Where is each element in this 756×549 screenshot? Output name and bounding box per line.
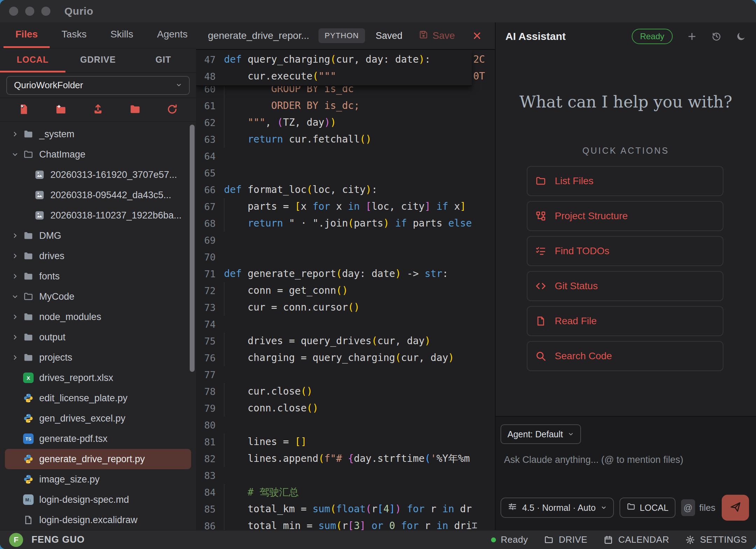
app-title: Qurio <box>64 5 93 17</box>
chat-input[interactable]: Ask Claude anything... (@ to mention fil… <box>504 454 683 465</box>
folder-select-row: QurioWorkFolder <box>0 73 196 98</box>
tree-folder-node_modules[interactable]: node_modules <box>5 307 191 327</box>
close-window-button[interactable] <box>9 7 18 16</box>
chevron-down-icon <box>9 293 21 300</box>
quick-action-label: Project Structure <box>555 210 628 222</box>
python-icon <box>22 392 34 404</box>
save-status: Saved <box>376 30 402 41</box>
tree-file-generate-pdf.tsx[interactable]: TSgenerate-pdf.tsx <box>5 429 191 449</box>
tree-item-label: ChatImage <box>39 149 85 160</box>
tree-file-20260318-095442_da43c5...[interactable]: 20260318-095442_da43c5... <box>5 185 191 205</box>
avatar[interactable]: F <box>9 533 23 547</box>
code-line-84: 84 # 驾驶汇总 <box>196 484 495 501</box>
code-line-76: 76 charging = query_charging(cur, day) <box>196 349 495 366</box>
upload-button[interactable] <box>91 103 105 117</box>
tree-file-edit_license_plate.py[interactable]: edit_license_plate.py <box>5 388 191 408</box>
tree-file-generate_drive_report.py[interactable]: generate_drive_report.py <box>5 449 191 469</box>
settings-button[interactable]: SETTINGS <box>685 534 747 545</box>
text-cursor: ⌶ <box>472 517 477 530</box>
quick-action-read-file[interactable]: Read File <box>527 306 723 336</box>
new-file-button[interactable] <box>17 103 31 117</box>
line-number: 70 <box>196 252 224 263</box>
code-line-80: 80 <box>196 417 495 433</box>
tree-folder-drives[interactable]: drives <box>5 246 191 266</box>
tree-folder-fonts[interactable]: fonts <box>5 266 191 286</box>
line-number: 82 <box>196 453 224 464</box>
save-button[interactable]: Save <box>419 30 455 42</box>
floppy-icon <box>419 30 428 42</box>
tree-file-drives_report.xlsx[interactable]: Xdrives_report.xlsx <box>5 368 191 388</box>
tab-tasks[interactable]: Tasks <box>50 22 99 48</box>
quick-action-label: Search Code <box>555 350 612 362</box>
status-bar: F FENG GUO ReadyDRIVECALENDARSETTINGS <box>0 530 756 549</box>
tree-folder-_system[interactable]: _system <box>5 124 191 144</box>
code-line-67: 67 parts = [x for x in [loc, city] if x] <box>196 198 495 215</box>
model-selector-button[interactable]: 4.5 · Normal · Auto <box>500 498 614 518</box>
python-icon <box>22 473 34 485</box>
folder-filled-icon <box>22 331 34 343</box>
tree-folder-ChatImage[interactable]: ChatImage <box>5 144 191 165</box>
tree-item-label: 20260313-161920_3707e57... <box>50 169 177 180</box>
calendar-button[interactable]: CALENDAR <box>603 534 669 545</box>
new-folder-button[interactable] <box>54 103 68 117</box>
quick-action-search-code[interactable]: Search Code <box>527 341 723 371</box>
code-line-66: 66def format_loc(loc, city): <box>196 181 495 198</box>
drive-button[interactable]: DRIVE <box>544 534 587 545</box>
tree-file-image_size.py[interactable]: image_size.py <box>5 469 191 489</box>
tree-file-login-design-spec.md[interactable]: M↓login-design-spec.md <box>5 489 191 510</box>
status-badge: Ready <box>632 29 673 44</box>
tab-agents[interactable]: Agents <box>145 22 200 48</box>
editor-tab-filename[interactable]: generate_drive_repor... <box>208 30 309 41</box>
code-editor[interactable]: 60 GROUP BY is_dc61 ORDER BY is_dc;62 ""… <box>196 50 495 530</box>
tree-folder-DMG[interactable]: DMG <box>5 225 191 246</box>
quick-action-find-todos[interactable]: Find TODOs <box>527 236 723 266</box>
mention-chip[interactable]: @ <box>681 499 695 516</box>
quick-action-label: Read File <box>555 315 597 327</box>
tree-file-20260313-161920_3707e57...[interactable]: 20260313-161920_3707e57... <box>5 165 191 185</box>
line-number: 74 <box>196 319 224 330</box>
agent-select-button[interactable]: Agent: Default <box>500 424 581 444</box>
line-number: 69 <box>196 235 224 246</box>
tree-item-label: drives_report.xlsx <box>39 373 113 383</box>
tree-scrollbar[interactable] <box>190 125 195 372</box>
chevron-down-icon <box>568 429 574 439</box>
quick-action-project-structure[interactable]: Project Structure <box>527 201 723 231</box>
source-tab-git[interactable]: GIT <box>131 48 196 72</box>
chevron-right-icon <box>9 354 21 361</box>
code-line-70: 70 <box>196 249 495 265</box>
tree-folder-MyCode[interactable]: MyCode <box>5 286 191 307</box>
quick-action-git-status[interactable]: Git Status <box>527 271 723 301</box>
close-tab-icon[interactable] <box>472 31 482 40</box>
quick-action-list-files[interactable]: List Files <box>527 166 723 196</box>
workfolder-select[interactable]: QurioWorkFolder <box>6 76 190 95</box>
maximize-window-button[interactable] <box>41 7 50 16</box>
dark-mode-icon[interactable] <box>736 31 746 42</box>
tree-item-label: _system <box>39 129 75 140</box>
source-tab-local[interactable]: LOCAL <box>0 48 65 72</box>
source-tab-gdrive[interactable]: GDRIVE <box>65 48 131 72</box>
line-number: 66 <box>196 185 224 195</box>
chevron-right-icon <box>9 334 21 340</box>
tree-folder-output[interactable]: output <box>5 327 191 347</box>
new-chat-button[interactable] <box>687 31 697 42</box>
tree-file-20260318-110237_1922b6ba...[interactable]: 20260318-110237_1922b6ba... <box>5 205 191 225</box>
tree-item-label: DMG <box>39 230 61 241</box>
clipped-code-fragment: 2C <box>473 51 485 68</box>
tree-folder-projects[interactable]: projects <box>5 347 191 368</box>
tab-files[interactable]: Files <box>4 22 50 48</box>
history-icon[interactable] <box>711 31 722 42</box>
open-folder-button[interactable] <box>128 103 142 117</box>
editor-tab-bar: generate_drive_repor... PYTHON Saved Sav… <box>196 22 495 50</box>
line-number: 63 <box>196 134 224 145</box>
minimize-window-button[interactable] <box>25 7 34 16</box>
code-line-69: 69 <box>196 232 495 249</box>
chevron-right-icon <box>9 253 21 259</box>
tree-file-gen_drives_excel.py[interactable]: gen_drives_excel.py <box>5 408 191 429</box>
context-source-button[interactable]: LOCAL <box>620 498 676 518</box>
tree-file-login-design.excalidraw[interactable]: login-design.excalidraw <box>5 510 191 530</box>
code-line-74: 74 <box>196 316 495 333</box>
tab-skills[interactable]: Skills <box>98 22 145 48</box>
send-button[interactable] <box>722 495 749 521</box>
refresh-button[interactable] <box>165 103 179 117</box>
python-icon <box>22 412 34 424</box>
